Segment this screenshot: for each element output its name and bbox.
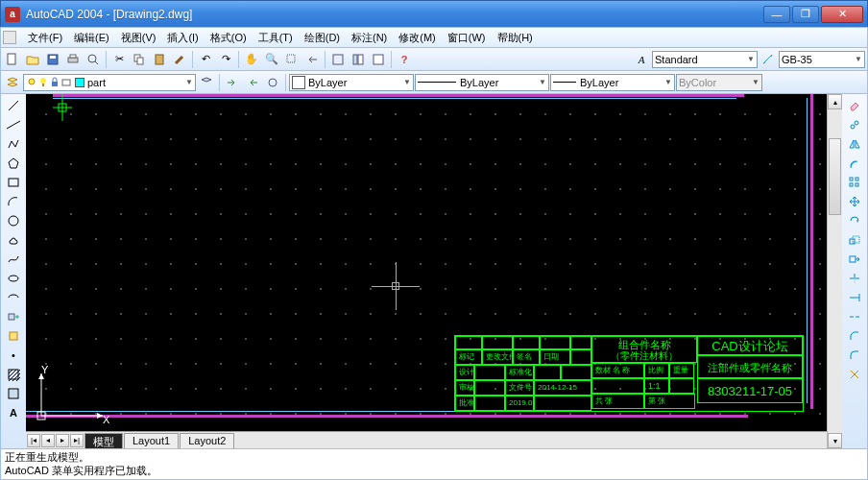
circle-tool[interactable] (4, 211, 23, 229)
save-button[interactable] (43, 50, 62, 69)
tab-model[interactable]: 模型 (84, 433, 123, 448)
revcloud-tool[interactable] (4, 230, 23, 249)
extend-tool[interactable] (845, 288, 864, 306)
point-tool[interactable]: • (4, 346, 23, 364)
app-icon: a (5, 7, 20, 22)
plot-button[interactable] (63, 50, 83, 69)
rect-tool[interactable] (4, 173, 23, 191)
polygon-tool[interactable] (4, 154, 23, 172)
undo-button[interactable]: ↶ (196, 50, 215, 69)
textstyle-combo[interactable]: Standard▼ (652, 51, 758, 68)
scroll-down-button[interactable]: ▾ (828, 433, 842, 448)
mirror-tool[interactable] (845, 134, 864, 153)
offset-tool[interactable] (845, 154, 864, 172)
chamfer-tool[interactable] (845, 326, 864, 345)
svg-point-26 (9, 276, 18, 281)
new-button[interactable] (3, 50, 22, 69)
xline-tool[interactable] (4, 115, 23, 133)
svg-rect-14 (374, 55, 383, 64)
array-tool[interactable] (845, 173, 864, 191)
menu-file[interactable]: 文件(F) (22, 29, 68, 47)
insert-tool[interactable] (4, 307, 23, 325)
scroll-up-button[interactable]: ▴ (828, 94, 842, 109)
menu-tools[interactable]: 工具(T) (253, 29, 299, 47)
make-current-button[interactable] (223, 73, 242, 92)
menu-modify[interactable]: 修改(M) (393, 29, 442, 47)
lineweight-combo[interactable]: ByLayer ▼ (550, 74, 675, 91)
move-tool[interactable] (845, 192, 864, 210)
svg-point-34 (855, 121, 858, 125)
ucs-x-label: X (103, 414, 109, 425)
dc-button[interactable] (349, 50, 368, 69)
menu-window[interactable]: 窗口(W) (442, 29, 492, 47)
menu-help[interactable]: 帮助(H) (492, 29, 539, 47)
block-tool[interactable] (4, 326, 23, 345)
scroll-thumb[interactable] (829, 138, 841, 215)
layer-prev-button[interactable] (197, 73, 216, 92)
svg-marker-23 (9, 158, 18, 168)
redo-button[interactable]: ↷ (216, 50, 235, 69)
ucs-icon: Y X (34, 368, 110, 425)
preview-button[interactable] (84, 50, 103, 69)
ellipse-arc-tool[interactable] (4, 288, 23, 306)
menu-insert[interactable]: 插入(I) (161, 29, 204, 47)
cut-button[interactable]: ✂ (109, 50, 129, 69)
close-button[interactable]: ✕ (821, 6, 863, 23)
stretch-tool[interactable] (845, 250, 864, 268)
help-button[interactable]: ? (395, 50, 414, 69)
paste-button[interactable] (150, 50, 169, 69)
scale-tool[interactable] (845, 230, 864, 249)
line-tool[interactable] (4, 96, 23, 114)
tp-button[interactable] (369, 50, 388, 69)
drawing-canvas[interactable]: Y X 标记 (26, 94, 827, 431)
modify-toolbar (842, 94, 867, 448)
zoom-prev-button[interactable] (302, 50, 322, 69)
zoom-rt-button[interactable]: 🔍 (262, 50, 281, 69)
arc-tool[interactable] (4, 192, 23, 210)
layer-combo[interactable]: part ▼ (23, 74, 196, 91)
menu-view[interactable]: 视图(V) (115, 29, 162, 47)
open-button[interactable] (23, 50, 42, 69)
layer-iso-button[interactable] (263, 73, 282, 92)
layer-states-button[interactable] (243, 73, 262, 92)
color-combo[interactable]: ByLayer ▼ (289, 74, 414, 91)
hatch-tool[interactable] (4, 365, 23, 383)
zoom-win-button[interactable] (282, 50, 301, 69)
copy-tool[interactable] (845, 115, 864, 133)
maximize-button[interactable]: ❐ (792, 6, 819, 23)
ellipse-tool[interactable] (4, 269, 23, 287)
break-tool[interactable] (845, 307, 864, 325)
menu-format[interactable]: 格式(O) (205, 29, 253, 47)
minimize-button[interactable]: — (763, 6, 790, 23)
tab-prev-button[interactable]: ◂ (41, 434, 55, 447)
copy-button[interactable] (130, 50, 149, 69)
menu-bar: 文件(F) 编辑(E) 视图(V) 插入(I) 格式(O) 工具(T) 绘图(D… (0, 27, 868, 48)
menu-dimension[interactable]: 标注(N) (346, 29, 393, 47)
tab-layout1[interactable]: Layout1 (124, 433, 179, 448)
dimstyle-combo[interactable]: GB-35▼ (779, 51, 865, 68)
layer-value: part (87, 77, 106, 88)
tab-next-button[interactable]: ▸ (56, 434, 69, 447)
linetype-combo[interactable]: ByLayer ▼ (415, 74, 549, 91)
fillet-tool[interactable] (845, 346, 864, 364)
vertical-scrollbar[interactable]: ▴ ▾ (827, 94, 842, 448)
tab-first-button[interactable]: |◂ (27, 434, 40, 447)
pan-button[interactable]: ✋ (242, 50, 261, 69)
pline-tool[interactable] (4, 134, 23, 153)
props-button[interactable] (328, 50, 348, 69)
tab-layout2[interactable]: Layout2 (180, 433, 234, 448)
tab-last-button[interactable]: ▸| (70, 434, 84, 447)
spline-tool[interactable] (4, 250, 23, 268)
trim-tool[interactable] (845, 269, 864, 287)
mtext-tool[interactable]: A (4, 403, 23, 421)
explode-tool[interactable] (845, 365, 864, 383)
rotate-tool[interactable] (845, 211, 864, 229)
menu-edit[interactable]: 编辑(E) (68, 29, 115, 47)
match-button[interactable] (170, 50, 189, 69)
command-window[interactable]: 正在重生成模型。 AutoCAD 菜单实用程序已加载。 (0, 449, 868, 480)
menu-draw[interactable]: 绘图(D) (299, 29, 346, 47)
svg-rect-36 (856, 178, 858, 180)
layers-button[interactable] (3, 73, 22, 92)
region-tool[interactable] (4, 384, 23, 402)
erase-tool[interactable] (845, 96, 864, 114)
